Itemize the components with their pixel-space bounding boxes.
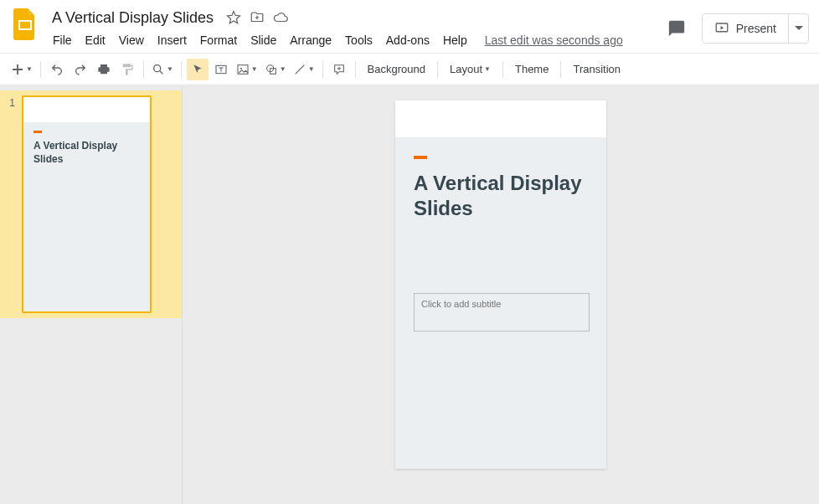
menu-tools[interactable]: Tools bbox=[339, 30, 379, 50]
slide-title[interactable]: A Vertical Display Slides bbox=[414, 171, 588, 221]
thumb-title: A Vertical Display Slides bbox=[33, 140, 140, 166]
chevron-down-icon: ▼ bbox=[308, 65, 315, 73]
menu-addons[interactable]: Add-ons bbox=[380, 30, 435, 50]
paint-format-button[interactable] bbox=[116, 59, 138, 80]
chevron-down-icon: ▼ bbox=[280, 65, 286, 73]
title-bar: A Vertical Display Slides File Edit View… bbox=[0, 0, 819, 54]
menu-format[interactable]: Format bbox=[194, 30, 243, 50]
separator bbox=[355, 61, 356, 78]
subtitle-placeholder[interactable]: Click to add subtitle bbox=[414, 293, 590, 332]
print-button[interactable] bbox=[93, 59, 115, 80]
menu-insert[interactable]: Insert bbox=[152, 30, 193, 50]
slide-canvas[interactable]: A Vertical Display Slides Click to add s… bbox=[395, 100, 606, 469]
document-title[interactable]: A Vertical Display Slides bbox=[47, 8, 219, 28]
undo-button[interactable] bbox=[46, 59, 68, 80]
chevron-down-icon: ▼ bbox=[251, 65, 258, 73]
separator bbox=[40, 61, 41, 78]
star-icon[interactable] bbox=[225, 9, 242, 26]
present-dropdown[interactable] bbox=[788, 14, 808, 43]
shape-tool[interactable]: ▼ bbox=[262, 59, 289, 80]
chevron-down-icon: ▼ bbox=[484, 65, 491, 73]
last-edit-link[interactable]: Last edit was seconds ago bbox=[485, 33, 623, 47]
menu-slide[interactable]: Slide bbox=[245, 30, 282, 50]
cloud-icon[interactable] bbox=[272, 9, 289, 26]
redo-button[interactable] bbox=[70, 59, 91, 80]
toolbar: ▼ ▼ ▼ ▼ ▼ Background Layout▼ Them bbox=[0, 54, 819, 85]
comments-button[interactable] bbox=[662, 13, 692, 44]
svg-point-3 bbox=[154, 64, 161, 71]
svg-rect-1 bbox=[20, 22, 30, 28]
line-tool[interactable]: ▼ bbox=[291, 59, 317, 80]
select-tool[interactable] bbox=[187, 59, 209, 80]
textbox-tool[interactable] bbox=[210, 59, 232, 80]
chevron-down-icon: ▼ bbox=[167, 65, 173, 73]
title-section: A Vertical Display Slides File Edit View… bbox=[47, 7, 662, 52]
present-group: Present bbox=[702, 13, 809, 44]
menu-help[interactable]: Help bbox=[437, 30, 473, 50]
layout-button[interactable]: Layout▼ bbox=[443, 59, 497, 80]
menu-edit[interactable]: Edit bbox=[80, 30, 111, 50]
transition-button[interactable]: Transition bbox=[566, 59, 627, 80]
menu-file[interactable]: File bbox=[47, 30, 78, 50]
menu-arrange[interactable]: Arrange bbox=[284, 30, 337, 50]
separator bbox=[560, 61, 561, 78]
filmstrip-slide-selected[interactable]: 1 A Vertical Display Slides bbox=[0, 90, 182, 318]
thumb-header bbox=[23, 97, 150, 122]
separator bbox=[502, 61, 503, 78]
image-tool[interactable]: ▼ bbox=[234, 59, 260, 80]
thumb-body: A Vertical Display Slides bbox=[23, 122, 150, 311]
comment-tool[interactable] bbox=[328, 59, 350, 80]
accent-bar bbox=[414, 156, 427, 159]
slide-thumbnail[interactable]: A Vertical Display Slides bbox=[22, 95, 152, 313]
separator bbox=[143, 61, 144, 78]
filmstrip: 1 A Vertical Display Slides bbox=[0, 85, 183, 504]
title-row: A Vertical Display Slides bbox=[47, 7, 662, 28]
slide-body: A Vertical Display Slides Click to add s… bbox=[395, 137, 606, 469]
accent-bar bbox=[33, 131, 42, 133]
slide-header bbox=[395, 100, 606, 137]
present-button[interactable]: Present bbox=[703, 14, 788, 43]
slide-number: 1 bbox=[3, 97, 15, 109]
menu-view[interactable]: View bbox=[113, 30, 150, 50]
new-slide-button[interactable]: ▼ bbox=[8, 59, 35, 80]
chevron-down-icon: ▼ bbox=[26, 65, 33, 73]
theme-button[interactable]: Theme bbox=[508, 59, 555, 80]
background-button[interactable]: Background bbox=[361, 59, 432, 80]
move-icon[interactable] bbox=[249, 9, 265, 26]
canvas-area[interactable]: A Vertical Display Slides Click to add s… bbox=[183, 85, 819, 504]
separator bbox=[181, 61, 182, 78]
svg-point-6 bbox=[240, 67, 242, 69]
main-area: 1 A Vertical Display Slides A Vertical D… bbox=[0, 85, 819, 504]
separator bbox=[437, 61, 438, 78]
separator bbox=[322, 61, 323, 78]
zoom-button[interactable]: ▼ bbox=[149, 59, 176, 80]
menu-bar: File Edit View Insert Format Slide Arran… bbox=[47, 28, 662, 52]
present-label: Present bbox=[736, 22, 776, 35]
title-right: Present bbox=[662, 13, 809, 44]
slides-logo[interactable] bbox=[10, 8, 40, 49]
